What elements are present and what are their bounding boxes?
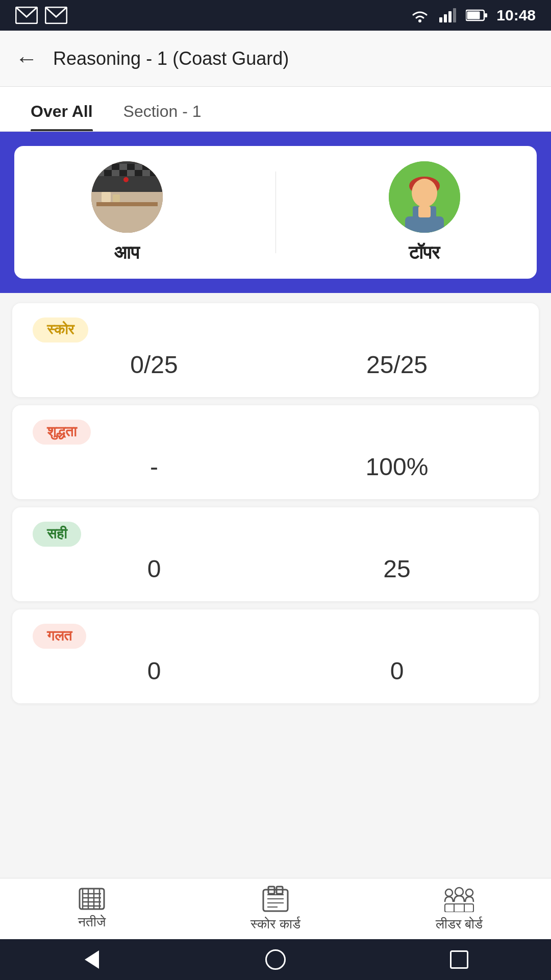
back-button[interactable]: ← (15, 46, 38, 71)
tab-overall[interactable]: Over All (15, 87, 108, 131)
mail-icon-2 (45, 7, 67, 24)
svg-rect-23 (119, 170, 127, 176)
wifi-icon (410, 8, 430, 23)
tabs-container: Over All Section - 1 (0, 87, 551, 132)
nav-scorecard[interactable]: स्कोर कार्ड (184, 878, 367, 939)
svg-rect-5 (448, 11, 452, 22)
svg-rect-26 (142, 170, 150, 176)
topper-label: टॉपर (409, 242, 440, 263)
wrong-badge: गलत (33, 624, 86, 649)
topper-block: टॉपर (389, 161, 460, 263)
user-correct: 0 (103, 555, 205, 583)
svg-rect-6 (453, 8, 456, 22)
svg-rect-14 (112, 164, 119, 170)
android-back-button[interactable] (79, 947, 105, 972)
topper-accuracy: 100% (346, 453, 448, 481)
svg-rect-4 (444, 14, 447, 22)
leaderboard-icon (444, 886, 474, 912)
svg-rect-25 (135, 170, 142, 176)
stats-section: स्कोर 0/25 25/25 शुद्धता - 100% सही 0 25… (0, 293, 551, 788)
user-photo (91, 161, 163, 233)
score-row: 0/25 25/25 (33, 351, 518, 379)
results-icon (79, 888, 105, 910)
comparison-card: आप टॉपर (14, 146, 537, 279)
svg-rect-39 (418, 206, 431, 217)
status-bar: 10:48 (0, 0, 551, 31)
accuracy-row: - 100% (33, 453, 518, 481)
app-bar: ← Reasoning - 1 (Coast Guard) (0, 31, 551, 87)
svg-point-56 (445, 889, 453, 896)
svg-rect-8 (467, 12, 480, 19)
android-recents-button[interactable] (446, 947, 472, 972)
svg-point-2 (418, 19, 421, 22)
topper-wrong: 0 (346, 657, 448, 685)
wrong-row: 0 0 (33, 657, 518, 685)
nav-results[interactable]: नतीजे (0, 878, 184, 939)
time-display: 10:48 (496, 7, 536, 24)
score-card: स्कोर 0/25 25/25 (12, 303, 539, 397)
svg-rect-20 (96, 170, 104, 176)
svg-rect-27 (150, 170, 158, 176)
svg-rect-32 (113, 194, 120, 202)
svg-rect-18 (142, 164, 150, 170)
svg-point-28 (123, 177, 129, 182)
svg-rect-22 (112, 170, 119, 176)
user-label: आप (114, 242, 139, 263)
topper-figure (389, 161, 460, 233)
svg-rect-59 (445, 904, 473, 912)
svg-point-35 (412, 179, 437, 207)
results-label: नतीजे (78, 914, 106, 930)
status-icons-right: 10:48 (410, 7, 536, 24)
correct-card: सही 0 25 (12, 507, 539, 601)
mail-icon-1 (15, 7, 38, 24)
svg-rect-30 (96, 202, 158, 206)
nav-leaderboard[interactable]: लीडर बोर्ड (367, 878, 551, 939)
topper-correct: 25 (346, 555, 448, 583)
scorecard-icon (262, 886, 289, 912)
svg-rect-15 (119, 164, 127, 170)
svg-rect-19 (150, 164, 158, 170)
user-score: 0/25 (103, 351, 205, 379)
svg-rect-12 (96, 164, 104, 170)
leaderboard-label: लीडर बोर्ड (436, 916, 483, 932)
signal-icon (439, 8, 457, 22)
correct-row: 0 25 (33, 555, 518, 583)
bottom-spacer (12, 712, 539, 778)
svg-rect-9 (485, 13, 487, 17)
svg-rect-16 (127, 164, 135, 170)
user-accuracy: - (103, 453, 205, 481)
svg-rect-3 (439, 17, 442, 22)
topper-score: 25/25 (346, 351, 448, 379)
comparison-banner: आप टॉपर (0, 132, 551, 293)
bottom-nav: नतीजे स्कोर कार्ड लीडर बोर्ड (0, 878, 551, 939)
svg-rect-36 (405, 216, 444, 233)
svg-point-57 (455, 888, 463, 896)
svg-rect-17 (135, 164, 142, 170)
score-badge: स्कोर (33, 317, 88, 342)
svg-rect-21 (104, 170, 112, 176)
svg-point-58 (466, 889, 473, 896)
android-home-button[interactable] (263, 947, 288, 972)
topper-avatar (389, 161, 460, 233)
svg-rect-49 (263, 890, 288, 911)
svg-rect-13 (104, 164, 112, 170)
user-avatar (91, 161, 163, 233)
user-wrong: 0 (103, 657, 205, 685)
accuracy-badge: शुद्धता (33, 420, 91, 445)
battery-icon (466, 9, 487, 21)
tab-section1[interactable]: Section - 1 (108, 87, 217, 131)
svg-rect-24 (127, 170, 135, 176)
correct-badge: सही (33, 522, 81, 547)
android-nav-bar (0, 939, 551, 980)
accuracy-card: शुद्धता - 100% (12, 405, 539, 499)
wrong-card: गलत 0 0 (12, 609, 539, 703)
app-title: Reasoning - 1 (Coast Guard) (53, 48, 289, 69)
svg-rect-31 (102, 192, 111, 202)
scorecard-label: स्कोर कार्ड (251, 916, 300, 932)
user-block: आप (91, 161, 163, 263)
status-icons-left (15, 7, 67, 24)
avatar-divider (276, 172, 276, 253)
